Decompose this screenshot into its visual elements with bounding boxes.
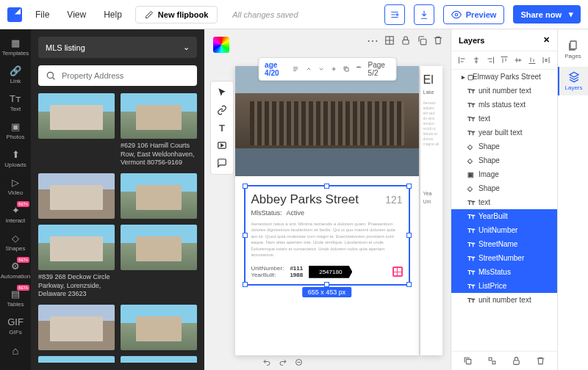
rail-templates[interactable]: ▦Templates	[0, 34, 31, 60]
align-bottom-icon[interactable]	[528, 56, 537, 65]
layer-item[interactable]: Tᴛunit number text	[451, 84, 557, 98]
rail-text[interactable]: TᴛText	[0, 90, 31, 116]
align-right-icon[interactable]	[486, 56, 495, 65]
distribute-icon[interactable]	[542, 56, 551, 65]
listing-thumb[interactable]: #839 268 Deckow Circle Parkway, Lorenzsi…	[38, 225, 115, 299]
rail-shapes[interactable]: ◇Shapes	[0, 229, 31, 255]
comment-tool[interactable]	[214, 155, 230, 171]
layer-item[interactable]: TᴛStreetNumber	[451, 251, 557, 265]
listing-thumb[interactable]	[38, 93, 115, 167]
layer-item[interactable]: TᴛMlsStatus	[451, 265, 557, 279]
preview-button[interactable]: Preview	[443, 5, 505, 24]
layer-item[interactable]: ◇Shape	[451, 153, 557, 167]
link-tool[interactable]	[214, 102, 230, 118]
redo-icon[interactable]	[279, 358, 287, 367]
layer-item[interactable]: Tᴛmls status text	[451, 98, 557, 112]
preview-label: Preview	[466, 10, 497, 19]
align-center-icon[interactable]	[472, 56, 481, 65]
year-built-label: YearBuilt:	[251, 272, 284, 278]
layer-item[interactable]: TᴛUnitNumber	[451, 223, 557, 237]
duplicate-layer-icon[interactable]	[463, 356, 473, 366]
undo-icon[interactable]	[262, 358, 271, 367]
lock-layer-icon[interactable]	[512, 356, 521, 366]
align-icon[interactable]	[293, 65, 299, 73]
mls-type-select[interactable]: MLS listing ⌄	[38, 37, 197, 58]
download-button[interactable]	[414, 4, 434, 25]
align-left-icon[interactable]	[458, 56, 467, 65]
trash-icon[interactable]	[433, 35, 443, 46]
listing-thumb[interactable]: #170 216 Pfannerstill Loaf Isle, South A…	[38, 356, 115, 363]
layer-item[interactable]: ▣Image	[451, 167, 557, 181]
listing-thumb[interactable]: #629 106 Hamill Courts Row, East Weldonh…	[121, 93, 197, 167]
svg-rect-6	[345, 68, 348, 71]
group-layer-icon[interactable]	[487, 356, 497, 366]
text-tool[interactable]: T	[214, 120, 230, 136]
listing-thumb[interactable]	[38, 173, 115, 219]
layer-item[interactable]: Tᴛunit number text	[451, 293, 557, 307]
context-bar: age 4/20 Page 5/2	[258, 57, 397, 81]
rail-video[interactable]: ▷Video	[0, 173, 31, 200]
app-logo[interactable]	[7, 7, 22, 22]
listing-thumb[interactable]	[121, 305, 197, 350]
new-flipbook-button[interactable]: New flipbook	[135, 6, 218, 23]
copy-icon[interactable]	[417, 35, 427, 46]
cursor-tool[interactable]	[214, 84, 230, 101]
layer-item[interactable]: ▸ ▢Elmway Parks Street	[451, 70, 557, 84]
close-icon[interactable]: ✕	[543, 35, 550, 45]
rail-link[interactable]: 🔗Link	[0, 62, 31, 88]
rail-photos[interactable]: ▣Photos	[0, 117, 31, 144]
layers-tab[interactable]: Layers	[558, 67, 589, 95]
align-middle-icon[interactable]	[514, 56, 523, 65]
menu-view[interactable]: View	[62, 7, 90, 23]
layer-item[interactable]: Tᴛtext	[451, 195, 557, 209]
lock-icon[interactable]	[401, 35, 411, 46]
rail-gifs[interactable]: GIFGIFs	[0, 313, 31, 339]
canvas-page-next[interactable]: El Lake Aenean adipisc elit sed do eius …	[420, 66, 442, 355]
listing-thumb[interactable]	[121, 173, 197, 219]
duplicate-icon[interactable]	[343, 65, 349, 73]
search-input[interactable]	[62, 71, 190, 80]
media-tool[interactable]	[214, 137, 230, 153]
menu-help[interactable]: Help	[99, 7, 126, 23]
listing-thumb[interactable]: #640 188 Vida Gardens Mountains, Lake	[121, 356, 197, 363]
menu-file[interactable]: File	[31, 7, 54, 23]
layer-item[interactable]: TᴛYearBuilt	[451, 209, 557, 223]
svg-rect-10	[489, 358, 492, 360]
canvas-footer	[262, 358, 304, 367]
canvas-page[interactable]: Abbey Parks Street 121 MlsStatus: Active…	[235, 66, 419, 355]
chevron-down-icon[interactable]	[318, 65, 324, 73]
rail-automation[interactable]: BETA⚙Automation	[0, 257, 31, 283]
selection-box[interactable]: Abbey Parks Street 121 MlsStatus: Active…	[244, 185, 410, 286]
rail-interact[interactable]: BETA✦Interact	[0, 201, 31, 228]
listing-thumb[interactable]	[121, 225, 197, 299]
mls-panel: MLS listing ⌄ #629 106 Hamill Courts Row…	[31, 29, 204, 370]
settings-button[interactable]	[384, 4, 405, 25]
more-icon[interactable]: ⋯	[367, 34, 379, 48]
rail-uploads[interactable]: ⬆Uploads	[0, 145, 31, 172]
tool-rail: ▦Templates🔗LinkTᴛText▣Photos⬆Uploads▷Vid…	[0, 29, 31, 370]
transparency-icon[interactable]	[384, 35, 395, 46]
grid-icon[interactable]	[392, 266, 403, 277]
layer-item[interactable]: ◇Shape	[451, 181, 557, 195]
layer-item[interactable]: Tᴛyear built text	[451, 126, 557, 139]
layer-item[interactable]: Tᴛtext	[451, 112, 557, 126]
svg-point-1	[455, 13, 458, 16]
plus-icon[interactable]	[330, 65, 337, 73]
share-button[interactable]: Share now ▾	[513, 5, 581, 23]
search-box[interactable]	[38, 65, 197, 86]
layer-item[interactable]: TᴛStreetName	[451, 237, 557, 251]
layer-item[interactable]: ◇Shape	[451, 139, 557, 153]
svg-rect-4	[403, 40, 409, 44]
delete-icon[interactable]	[355, 65, 362, 73]
listing-thumb[interactable]	[38, 305, 115, 350]
pages-tab[interactable]: Pages	[558, 35, 589, 64]
save-status: All changes saved	[232, 10, 298, 19]
color-picker-icon[interactable]	[213, 37, 229, 53]
rail-tables[interactable]: BETA▤Tables	[0, 285, 31, 311]
zoom-out-icon[interactable]	[295, 358, 304, 367]
align-top-icon[interactable]	[500, 56, 509, 65]
rail-home[interactable]: ⌂	[0, 341, 31, 360]
chevron-up-icon[interactable]	[305, 65, 312, 73]
layer-item[interactable]: TᴛListPrice	[451, 279, 557, 293]
delete-layer-icon[interactable]	[536, 356, 545, 366]
